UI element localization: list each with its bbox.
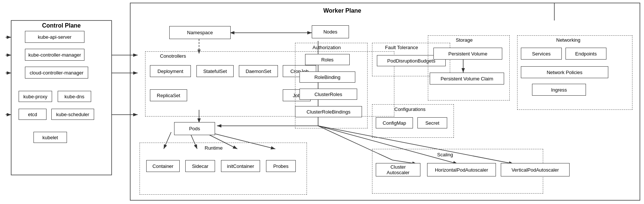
network-policies-box: Network Policies xyxy=(521,66,608,78)
worker-plane-label: Worker Plane xyxy=(305,7,379,14)
services-box: Services xyxy=(521,48,562,60)
kube-dns-box: kube-dns xyxy=(58,91,91,102)
clusterroles-box: ClusterRoles xyxy=(299,89,357,100)
storage-label: Storage xyxy=(456,37,473,43)
cluster-autoscaler-box: ClusterAutoscaler xyxy=(376,163,420,176)
scaling-label: Scaling xyxy=(437,152,453,157)
endpoints-box: Endpoints xyxy=(565,48,606,60)
secret-box: Secret xyxy=(417,117,447,128)
configmap-box: ConfigMap xyxy=(376,117,413,128)
rolebinding-box: RoleBinding xyxy=(299,71,355,83)
nodes-box: Nodes xyxy=(312,25,349,38)
kube-proxy-box: kube-proxy xyxy=(19,91,52,102)
networking-label: Networking xyxy=(556,37,580,43)
persistent-volume-box: Persistent Volume xyxy=(433,48,502,60)
container-box: Container xyxy=(146,160,180,172)
runtime-label: Runtime xyxy=(205,145,222,151)
namespace-box: Namespace xyxy=(169,26,231,39)
cloud-controller-manager-box: cloud-controller-manager xyxy=(25,67,88,79)
daemonset-box: DaemonSet xyxy=(239,65,278,77)
initcontainer-box: initContainer xyxy=(221,160,260,172)
replicaset-box: ReplicaSet xyxy=(150,89,187,101)
etcd-box: etcd xyxy=(19,109,47,120)
sidecar-box: Sidecar xyxy=(185,160,215,172)
kubelet-box: kubelet xyxy=(33,132,67,143)
fault-tolerance-label: Fault Tolerance xyxy=(385,45,418,50)
probes-box: Probes xyxy=(266,160,296,172)
kube-api-server-box: kube-api-server xyxy=(25,31,84,43)
kube-scheduler-box: kube-scheduler xyxy=(51,109,94,120)
clusterrolebindings-box: ClusterRoleBindings xyxy=(295,106,362,117)
pods-box: Pods xyxy=(174,122,215,135)
verticalpodautoscaler-box: VerticalPodAutoscaler xyxy=(501,163,570,176)
kube-controller-manager-box: kube-controller-manager xyxy=(25,49,84,61)
authorization-label: Authorization xyxy=(313,45,341,50)
configurations-label: Configurations xyxy=(394,106,426,112)
deployment-box: Deployment xyxy=(150,65,191,77)
diagram: Worker Plane Control Plane kube-api-serv… xyxy=(0,0,644,204)
ingress-box: Ingress xyxy=(532,84,586,96)
roles-box: Roles xyxy=(305,54,350,65)
persistent-volume-claim-box: Persistent Volume Claim xyxy=(430,73,504,85)
horizontalpodautoscaler-box: HorizontalPodAutoscaler xyxy=(427,163,496,176)
storage-region xyxy=(428,35,510,101)
control-plane-label: Control Plane xyxy=(20,22,102,29)
controllers-label: Conotrollers xyxy=(160,53,186,59)
statefulset-box: StatefulSet xyxy=(196,65,234,77)
